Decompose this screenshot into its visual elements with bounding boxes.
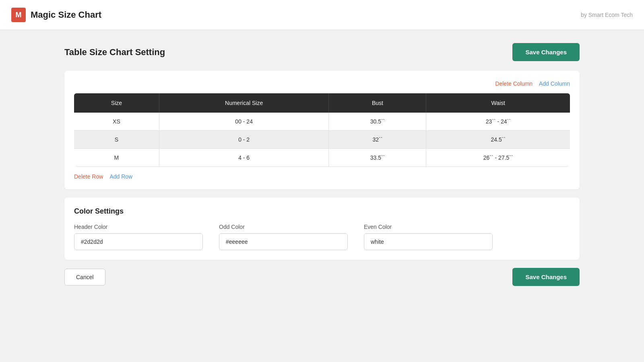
app-logo-icon: M (11, 8, 26, 22)
app-title: Magic Size Chart (31, 10, 101, 20)
color-fields-row: Header Color Odd Color Even Color (74, 224, 570, 250)
page-title: Table Size Chart Setting (64, 47, 165, 58)
column-header-waist: Waist (426, 93, 570, 113)
table-column-actions: Delete Column Add Column (74, 80, 570, 87)
cell-bust-m: 33.5`` (329, 149, 426, 167)
cell-bust-xs: 30.5`` (329, 113, 426, 131)
size-chart-table: Size Numerical Size Bust Waist XS 00 - 2… (74, 93, 570, 167)
header-color-input[interactable] (74, 233, 203, 250)
table-row-actions: Delete Row Add Row (74, 173, 570, 180)
column-header-size: Size (74, 93, 159, 113)
delete-column-button[interactable]: Delete Column (495, 80, 533, 87)
cell-size-s: S (74, 131, 159, 149)
cell-size-m: M (74, 149, 159, 167)
save-changes-button-top[interactable]: Save Changes (512, 43, 580, 61)
cell-bust-s: 32`` (329, 131, 426, 149)
odd-color-label: Odd Color (219, 224, 348, 230)
column-header-numerical-size: Numerical Size (159, 93, 329, 113)
table-body: XS 00 - 24 30.5`` 23`` - 24`` S 0 - 2 32… (74, 113, 570, 167)
table-row: M 4 - 6 33.5`` 26`` - 27.5`` (74, 149, 570, 167)
color-settings-title: Color Settings (74, 207, 570, 216)
header-color-label: Header Color (74, 224, 203, 230)
even-color-group: Even Color (364, 224, 493, 250)
app-header: M Magic Size Chart by Smart Ecom Tech (0, 0, 644, 30)
header-byline: by Smart Ecom Tech (581, 12, 633, 18)
header-left: M Magic Size Chart (11, 8, 101, 22)
add-column-button[interactable]: Add Column (539, 80, 570, 87)
delete-row-button[interactable]: Delete Row (74, 173, 103, 180)
cell-waist-xs: 23`` - 24`` (426, 113, 570, 131)
page-header-row: Table Size Chart Setting Save Changes (64, 43, 580, 61)
add-row-button[interactable]: Add Row (109, 173, 132, 180)
main-content: Table Size Chart Setting Save Changes De… (0, 30, 644, 299)
cell-numerical-m: 4 - 6 (159, 149, 329, 167)
cancel-button[interactable]: Cancel (64, 269, 105, 286)
even-color-label: Even Color (364, 224, 493, 230)
odd-color-group: Odd Color (219, 224, 348, 250)
header-color-group: Header Color (74, 224, 203, 250)
table-row: S 0 - 2 32`` 24.5`` (74, 131, 570, 149)
even-color-input[interactable] (364, 233, 493, 250)
color-settings-card: Color Settings Header Color Odd Color Ev… (64, 197, 580, 260)
cell-size-xs: XS (74, 113, 159, 131)
save-changes-button-bottom[interactable]: Save Changes (512, 268, 580, 286)
table-row: XS 00 - 24 30.5`` 23`` - 24`` (74, 113, 570, 131)
cell-numerical-xs: 00 - 24 (159, 113, 329, 131)
cell-numerical-s: 0 - 2 (159, 131, 329, 149)
odd-color-input[interactable] (219, 233, 348, 250)
cell-waist-m: 26`` - 27.5`` (426, 149, 570, 167)
table-header: Size Numerical Size Bust Waist (74, 93, 570, 113)
column-header-bust: Bust (329, 93, 426, 113)
cell-waist-s: 24.5`` (426, 131, 570, 149)
table-card: Delete Column Add Column Size Numerical … (64, 71, 580, 189)
table-header-row: Size Numerical Size Bust Waist (74, 93, 570, 113)
bottom-actions: Cancel Save Changes (64, 268, 580, 286)
